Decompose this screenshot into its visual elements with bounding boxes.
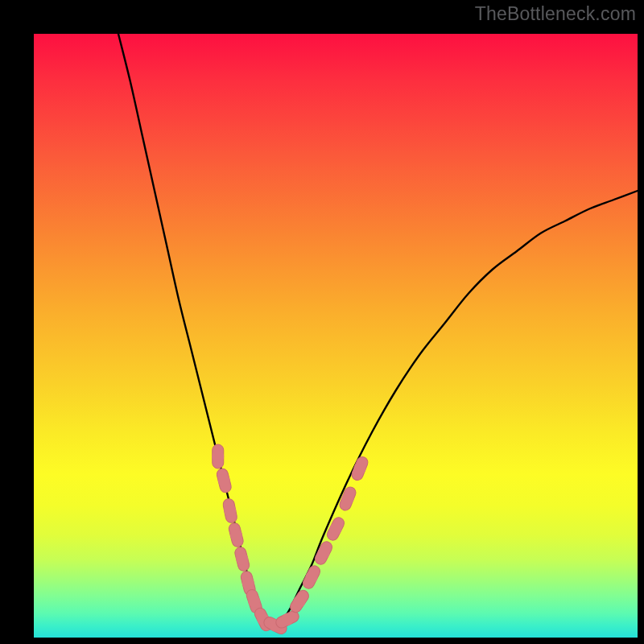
marker-dot <box>306 572 318 584</box>
marker-dot <box>342 493 354 505</box>
marker-dot <box>224 505 236 517</box>
marker-dot <box>242 577 254 589</box>
chart-frame: TheBottleneck.com <box>0 0 644 644</box>
marker-dot <box>236 553 248 565</box>
chart-svg <box>34 34 638 638</box>
marker-dot <box>354 463 366 475</box>
marker-dot <box>282 613 294 625</box>
marker-dot <box>248 596 260 608</box>
curve-group <box>118 34 638 625</box>
marker-dot <box>330 523 342 535</box>
marker-dot <box>318 547 330 559</box>
marker-cluster <box>212 444 369 636</box>
marker-dot <box>212 451 224 463</box>
marker-dot <box>218 475 230 487</box>
watermark-label: TheBottleneck.com <box>475 3 636 25</box>
chart-plot-area <box>34 34 638 638</box>
bottleneck-curve <box>118 34 638 625</box>
marker-dot <box>294 596 306 608</box>
marker-dot <box>230 529 242 541</box>
